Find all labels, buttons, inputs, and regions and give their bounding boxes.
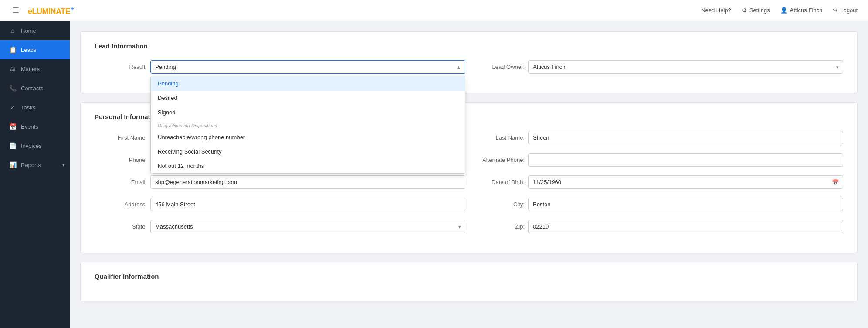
sidebar-item-matters[interactable]: ⚖ Matters — [0, 59, 70, 79]
email-input[interactable] — [150, 175, 465, 189]
sidebar-label-leads: Leads — [21, 47, 36, 53]
hamburger-button[interactable]: ☰ — [10, 4, 21, 17]
lead-info-row: Result Pending Desired Signed Unreachabl… — [95, 60, 843, 74]
user-icon: 👤 — [780, 7, 787, 14]
logo-luminate: LUMINATE — [32, 7, 71, 16]
dropdown-option-receiving-ss[interactable]: Receiving Social Security — [151, 144, 465, 159]
last-name-group: Last Name — [472, 131, 843, 144]
phone-label: Phone — [95, 157, 147, 163]
address-city-row: Address City — [95, 198, 843, 211]
app-logo: eLUMINATE+ — [28, 5, 74, 16]
last-name-input[interactable] — [528, 131, 843, 144]
sidebar-item-invoices[interactable]: 📄 Invoices — [0, 136, 70, 155]
logo-plus: + — [70, 5, 74, 12]
address-group: Address — [95, 198, 465, 211]
app-body: ⌂ Home 📋 Leads ⚖ Matters 📞 Contacts ✓ Ta… — [0, 21, 868, 328]
zip-input[interactable] — [528, 220, 843, 233]
lead-info-card: Lead Information Result Pending Desired … — [80, 31, 858, 93]
matters-icon: ⚖ — [9, 65, 17, 72]
sidebar-label-reports: Reports — [21, 162, 41, 168]
sidebar-label-home: Home — [21, 27, 36, 34]
need-help-link[interactable]: Need Help? — [701, 7, 731, 14]
first-name-label: First Name — [95, 134, 147, 141]
contacts-icon: 📞 — [9, 85, 17, 92]
state-group: State Massachusetts California New York … — [95, 220, 465, 233]
sidebar-item-leads[interactable]: 📋 Leads — [0, 40, 70, 59]
lead-owner-field-group: Lead Owner Atticus Finch ▾ — [472, 60, 843, 74]
email-dob-row: Email Date of Birth 📅 — [95, 175, 843, 189]
reports-icon: 📊 — [9, 161, 17, 168]
state-label: State — [95, 223, 147, 230]
alt-phone-label: Alternate Phone — [472, 157, 525, 163]
dropdown-option-not-out[interactable]: Not out 12 months — [151, 159, 465, 173]
alt-phone-group: Alternate Phone — [472, 153, 843, 167]
tasks-icon: ✓ — [9, 104, 17, 111]
sidebar: ⌂ Home 📋 Leads ⚖ Matters 📞 Contacts ✓ Ta… — [0, 21, 70, 328]
dob-wrapper: 📅 — [528, 175, 843, 189]
zip-group: Zip — [472, 220, 843, 233]
lead-owner-select-wrapper: Atticus Finch ▾ — [528, 60, 843, 74]
sidebar-item-events[interactable]: 📅 Events — [0, 117, 70, 136]
lead-info-title: Lead Information — [95, 42, 843, 50]
city-input[interactable] — [528, 198, 843, 211]
invoices-icon: 📄 — [9, 142, 17, 149]
city-label: City — [472, 201, 525, 208]
last-name-label: Last Name — [472, 134, 525, 141]
address-input[interactable] — [150, 198, 465, 211]
sidebar-item-tasks[interactable]: ✓ Tasks — [0, 98, 70, 117]
lead-owner-select[interactable]: Atticus Finch — [528, 60, 843, 74]
dropdown-option-signed[interactable]: Signed — [151, 105, 465, 120]
top-navigation: ☰ eLUMINATE+ Need Help? ⚙ Settings 👤 Att… — [0, 0, 868, 21]
result-dropdown: Pending Desired Signed Disqualification … — [150, 76, 465, 174]
state-select[interactable]: Massachusetts California New York — [150, 220, 465, 233]
disqualification-group-label: Disqualification Dispositions — [151, 120, 465, 130]
events-icon: 📅 — [9, 123, 17, 130]
gear-icon: ⚙ — [742, 7, 747, 14]
address-label: Address — [95, 201, 147, 208]
result-label: Result — [95, 64, 147, 70]
settings-link[interactable]: ⚙ Settings — [742, 7, 770, 14]
sidebar-label-tasks: Tasks — [21, 104, 35, 111]
user-link[interactable]: 👤 Atticus Finch — [780, 7, 822, 14]
dropdown-option-pending[interactable]: Pending — [151, 76, 465, 91]
sidebar-label-contacts: Contacts — [21, 85, 43, 92]
qualifier-info-card: Qualifier Information — [80, 262, 858, 301]
dob-label: Date of Birth — [472, 179, 525, 185]
zip-label: Zip — [472, 223, 525, 230]
result-select-wrapper: Pending Desired Signed Unreachable/wrong… — [150, 60, 465, 74]
city-group: City — [472, 198, 843, 211]
logout-link[interactable]: ↪ Logout — [833, 7, 858, 14]
dob-group: Date of Birth 📅 — [472, 175, 843, 189]
logo-e: e — [28, 7, 32, 16]
sidebar-label-matters: Matters — [21, 66, 40, 72]
home-icon: ⌂ — [9, 27, 17, 34]
alt-phone-input[interactable] — [528, 153, 843, 167]
result-select[interactable]: Pending Desired Signed Unreachable/wrong… — [150, 60, 465, 74]
sidebar-item-home[interactable]: ⌂ Home — [0, 21, 70, 40]
sidebar-label-events: Events — [21, 123, 38, 130]
email-label: Email — [95, 179, 147, 185]
state-select-wrapper: Massachusetts California New York ▾ — [150, 220, 465, 233]
sidebar-item-reports[interactable]: 📊 Reports — [0, 155, 70, 174]
state-zip-row: State Massachusetts California New York … — [95, 220, 843, 233]
sidebar-label-invoices: Invoices — [21, 143, 42, 149]
email-group: Email — [95, 175, 465, 189]
lead-owner-label: Lead Owner — [472, 64, 525, 70]
qualifier-info-title: Qualifier Information — [95, 273, 843, 280]
result-field-group: Result Pending Desired Signed Unreachabl… — [95, 60, 465, 74]
leads-icon: 📋 — [9, 46, 17, 53]
sidebar-item-contacts[interactable]: 📞 Contacts — [0, 79, 70, 98]
dob-input[interactable] — [528, 175, 843, 189]
logout-icon: ↪ — [833, 7, 837, 14]
main-content: Lead Information Result Pending Desired … — [70, 21, 868, 328]
dropdown-option-unreachable[interactable]: Unreachable/wrong phone number — [151, 130, 465, 144]
dropdown-option-desired[interactable]: Desired — [151, 91, 465, 105]
logo-area: ☰ eLUMINATE+ — [10, 4, 74, 17]
